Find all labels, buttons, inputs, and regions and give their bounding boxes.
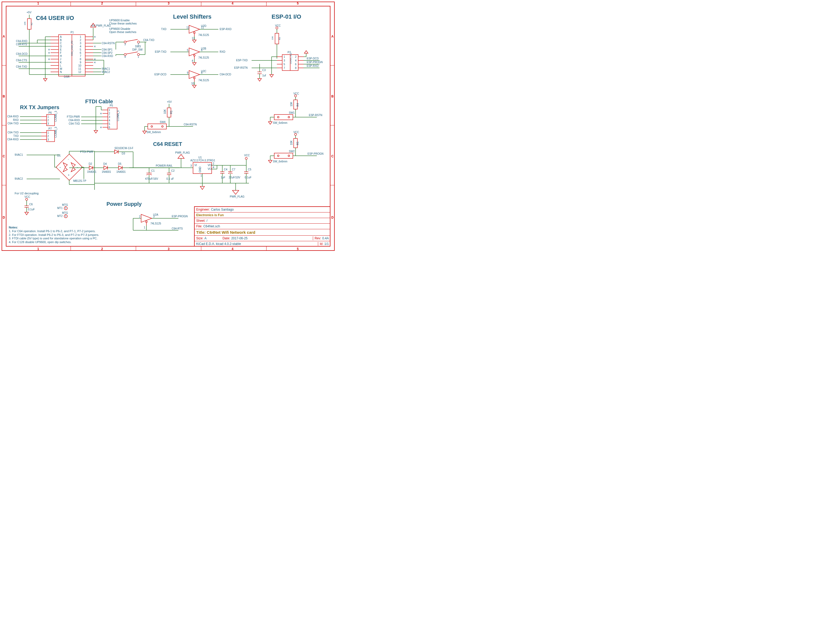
svg-text:3: 3 xyxy=(190,164,192,167)
title-block: Engineer: Carlos Santiago Electronics is… xyxy=(194,206,330,246)
svg-text:10K: 10K xyxy=(271,36,274,40)
p1-right-pins: 1✕ 2 3 4✕ 5 6 7 8✕ 9✕ 10 11 12 xyxy=(78,35,96,74)
svg-text:5: 5 xyxy=(80,48,81,51)
svg-text:2: 2 xyxy=(213,162,214,165)
svg-text:PWR_FLAG: PWR_FLAG xyxy=(175,151,190,154)
svg-text:C64-TXD: C64-TXD xyxy=(8,122,19,125)
svg-text:C64-RSTN: C64-RSTN xyxy=(184,123,197,126)
svg-text:✕: ✕ xyxy=(48,51,50,54)
svg-text:TXD: TXD xyxy=(13,134,19,137)
svg-text:CONN_3: CONN_3 xyxy=(54,127,57,138)
svg-text:VCC: VCC xyxy=(294,131,299,134)
svg-text:MB12S-TP: MB12S-TP xyxy=(73,180,86,182)
svg-text:2: 2 xyxy=(47,119,49,121)
svg-text:3: 3 xyxy=(47,138,49,141)
svg-text:9VAC2: 9VAC2 xyxy=(102,71,110,74)
tb-engineer: Carlos Santiago xyxy=(211,208,234,211)
svg-text:C64-SP1: C64-SP1 xyxy=(102,48,113,51)
svg-text:1: 1 xyxy=(65,215,66,218)
svg-text:3: 3 xyxy=(284,59,285,62)
ruler-bot-1: 1 xyxy=(37,247,39,251)
c3: C3 1uf xyxy=(257,64,266,81)
tb-date: 2017-06-25 xyxy=(231,237,247,240)
ruler-bot-2: 2 xyxy=(101,247,103,251)
decoupling: VCC C6 0.1uF xyxy=(21,196,43,220)
svg-text:3: 3 xyxy=(124,43,126,46)
svg-text:ESP-TXD: ESP-TXD xyxy=(155,50,166,53)
svg-text:2: 2 xyxy=(47,135,49,138)
power: 9VAC1 9VAC2 D1 MB12S-TP ~ ~ - + xyxy=(15,148,262,201)
svg-text:C3: C3 xyxy=(262,69,266,72)
svg-text:0.1uF: 0.1uF xyxy=(28,208,35,211)
tick xyxy=(201,2,201,6)
svg-text:2: 2 xyxy=(295,55,297,58)
tb-size-label: Size: xyxy=(196,237,204,240)
svg-text:74LS125: 74LS125 xyxy=(198,79,209,82)
svg-text:5: 5 xyxy=(109,123,110,125)
svg-point-387 xyxy=(245,157,247,159)
svg-text:10K: 10K xyxy=(290,102,293,107)
tick xyxy=(266,246,267,250)
ruler-bot-4: 4 xyxy=(232,247,234,251)
svg-text:22uF/10V: 22uF/10V xyxy=(229,176,240,179)
svg-text:VCC: VCC xyxy=(275,24,281,27)
svg-text:ESP-RXD: ESP-RXD xyxy=(307,65,319,67)
tb-id: 1/1 xyxy=(324,242,329,246)
svg-text:C64-RXD: C64-RXD xyxy=(7,138,19,141)
svg-rect-150 xyxy=(275,33,279,44)
svg-text:✕: ✕ xyxy=(94,45,96,48)
svg-text:1uf: 1uf xyxy=(262,74,266,77)
svg-text:U1: U1 xyxy=(198,156,202,159)
title-ftdi: FTDI Cable xyxy=(85,98,113,105)
svg-point-211 xyxy=(294,133,297,136)
svg-text:C64-RSTN: C64-RSTN xyxy=(102,42,115,45)
svg-text:FTDI-PWR: FTDI-PWR xyxy=(80,150,93,153)
svg-text:5: 5 xyxy=(187,49,188,52)
svg-text:11: 11 xyxy=(78,67,82,70)
svg-text:SW_6x6mm: SW_6x6mm xyxy=(147,131,161,134)
svg-point-218 xyxy=(278,155,279,156)
svg-text:ESP-RSTN: ESP-RSTN xyxy=(234,66,248,69)
svg-text:MTG: MTG xyxy=(62,203,68,206)
svg-text:C64-RXD: C64-RXD xyxy=(102,55,113,57)
ruler-top-5: 5 xyxy=(297,2,299,5)
svg-text:470uF/16V: 470uF/16V xyxy=(145,177,158,180)
svg-text:1N4001: 1N4001 xyxy=(87,170,96,174)
svg-text:2: 2 xyxy=(137,43,139,46)
svg-text:CONN_6: CONN_6 xyxy=(117,110,120,121)
svg-text:3: 3 xyxy=(153,215,155,218)
svg-text:P7: P7 xyxy=(49,127,52,130)
note4: 4. For C128 disable UP9600, open dip swi… xyxy=(9,240,142,244)
svg-text:4: 4 xyxy=(295,59,297,62)
svg-text:ESP-RXD: ESP-RXD xyxy=(219,28,231,31)
svg-text:DIP_SW: DIP_SW xyxy=(132,48,143,51)
ruler-top-4: 4 xyxy=(232,2,234,5)
ruler-top-1: 1 xyxy=(37,2,39,5)
svg-text:R1: R1 xyxy=(170,110,173,114)
svg-text:10K: 10K xyxy=(163,109,166,114)
svg-text:0.1 uF: 0.1 uF xyxy=(166,177,174,180)
svg-text:A: A xyxy=(60,35,62,38)
svg-text:6: 6 xyxy=(295,63,297,66)
svg-text:1N4001: 1N4001 xyxy=(102,170,111,174)
svg-text:8: 8 xyxy=(295,66,297,69)
svg-text:ESP-DCD: ESP-DCD xyxy=(307,57,319,60)
title-rxtx: RX TX Jumpers xyxy=(20,104,59,110)
svg-text:C1: C1 xyxy=(151,169,155,172)
svg-text:D: D xyxy=(60,45,62,48)
svg-text:MT1: MT1 xyxy=(57,207,63,210)
svg-text:P6: P6 xyxy=(49,111,52,114)
c64-reset: +5V 10K R1 SW4 SW_6x6mm C64-RSTN xyxy=(145,101,206,139)
title-power: Power Supply xyxy=(106,201,142,207)
svg-text:2: 2 xyxy=(109,112,110,115)
title-c64reset: C64 RESET xyxy=(153,141,182,147)
svg-text:MT2: MT2 xyxy=(57,215,63,218)
svg-text:CONN_4X2: CONN_4X2 xyxy=(290,52,292,64)
esp-buttons: VCC 10K R4 SW1 SW_6x6mm ESP-RSTN VCC 10K… xyxy=(264,93,330,168)
svg-text:9: 9 xyxy=(80,61,81,64)
svg-text:7: 7 xyxy=(80,55,81,57)
note2: 2. For FTDI operation. Install P6-2 to P… xyxy=(9,233,142,237)
svg-text:C64_User_I/O: C64_User_I/O xyxy=(71,41,73,56)
svg-text:FTDI-PWR: FTDI-PWR xyxy=(67,115,80,118)
tb-sheet-label: Sheet: xyxy=(196,219,205,222)
